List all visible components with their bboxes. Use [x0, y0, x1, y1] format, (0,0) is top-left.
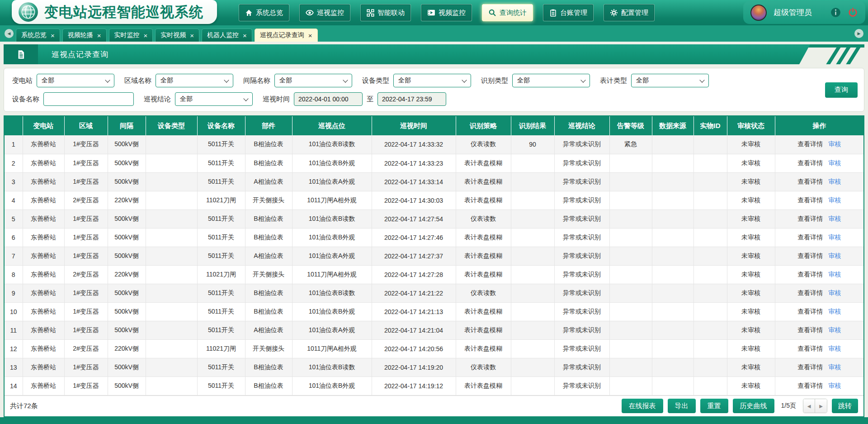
area-select[interactable]: 全部 [156, 74, 233, 87]
view-detail-link[interactable]: 查看详情 [797, 252, 823, 259]
audit-link[interactable]: 审核 [828, 233, 841, 241]
cell: 5011开关 [197, 321, 245, 339]
device-type-select[interactable]: 全部 [393, 74, 471, 87]
nav-query-statistics[interactable]: 查询统计 [482, 4, 533, 21]
filter-row-2: 设备名称 巡视结论 全部 巡视时间 至 [12, 92, 858, 106]
cell [511, 191, 554, 210]
view-detail-link[interactable]: 查看详情 [797, 233, 823, 241]
close-icon[interactable]: × [190, 32, 194, 39]
device-name-input[interactable] [43, 92, 134, 106]
nav-inspection-monitor[interactable]: 巡视监控 [299, 4, 350, 21]
view-detail-link[interactable]: 查看详情 [797, 159, 823, 167]
close-icon[interactable]: × [308, 32, 312, 39]
audit-link[interactable]: 审核 [828, 271, 841, 278]
close-icon[interactable]: × [51, 32, 55, 39]
close-icon[interactable]: × [243, 32, 247, 39]
cell: 10 [5, 302, 23, 321]
jump-button[interactable]: 跳转 [832, 399, 858, 413]
prev-page-button[interactable]: ◀ [803, 399, 815, 413]
tab-realtime-video[interactable]: 实时视频× [155, 29, 199, 42]
audit-link[interactable]: 审核 [828, 345, 841, 352]
audit-link[interactable]: 审核 [828, 215, 841, 222]
audit-link[interactable]: 审核 [828, 308, 841, 315]
bay-select[interactable]: 全部 [274, 74, 352, 87]
cell: 异常或未识别 [554, 358, 609, 376]
cell: 东善桥站 [23, 228, 64, 247]
cell: 东善桥站 [23, 339, 64, 358]
recognition-type-select[interactable]: 全部 [512, 74, 590, 87]
tab-realtime-monitor[interactable]: 实时监控× [109, 29, 153, 42]
online-report-button[interactable]: 在线报表 [622, 399, 663, 413]
cell: 未审核 [727, 191, 775, 210]
conclusion-select[interactable]: 全部 [175, 92, 253, 106]
view-detail-link[interactable]: 查看详情 [797, 140, 823, 148]
cell: 表计表盘模糊 [456, 191, 511, 210]
info-icon[interactable] [830, 7, 841, 18]
home-icon [245, 9, 253, 17]
export-button[interactable]: 导出 [668, 399, 696, 413]
query-button[interactable]: 查询 [825, 82, 858, 98]
filter-area: 区域名称 全部 [124, 74, 233, 87]
view-detail-link[interactable]: 查看详情 [797, 215, 823, 222]
audit-link[interactable]: 审核 [828, 326, 841, 333]
tab-scroll-left-icon[interactable]: ◀ [5, 29, 14, 38]
view-detail-link[interactable]: 查看详情 [797, 382, 823, 389]
tab-label: 系统总览 [21, 31, 47, 39]
tab-video-carousel[interactable]: 视频轮播× [62, 29, 107, 42]
tab-robot-monitor[interactable]: 机器人监控× [202, 29, 252, 42]
tab-inspection-record-query[interactable]: 巡视点记录查询× [255, 29, 318, 42]
view-detail-link[interactable]: 查看详情 [797, 178, 823, 185]
cell: 1#变压器 [64, 172, 108, 191]
audit-link[interactable]: 审核 [828, 382, 841, 389]
audit-link[interactable]: 审核 [828, 196, 841, 204]
view-detail-link[interactable]: 查看详情 [797, 196, 823, 204]
audit-link[interactable]: 审核 [828, 252, 841, 259]
audit-link[interactable]: 审核 [828, 159, 841, 167]
cell [693, 135, 727, 154]
cell: 3 [5, 172, 23, 191]
cell: 101油位表B外观 [292, 228, 372, 247]
time-from-input[interactable] [294, 92, 363, 106]
time-to-input[interactable] [377, 92, 446, 106]
nav-system-overview[interactable]: 系统总览 [239, 4, 289, 21]
history-curve-button[interactable]: 历史曲线 [733, 399, 774, 413]
view-detail-link[interactable]: 查看详情 [797, 308, 823, 315]
meter-type-select[interactable]: 全部 [631, 74, 709, 87]
cell [693, 154, 727, 172]
cell: 220kV侧 [108, 265, 146, 284]
view-detail-link[interactable]: 查看详情 [797, 271, 823, 278]
audit-link[interactable]: 审核 [828, 363, 841, 371]
close-icon[interactable]: × [144, 32, 148, 39]
nav-config-management[interactable]: 配置管理 [604, 4, 655, 21]
view-detail-link[interactable]: 查看详情 [797, 345, 823, 352]
cell: 500kV侧 [108, 210, 146, 228]
cell [511, 302, 554, 321]
nav-ledger-management[interactable]: 台账管理 [543, 4, 594, 21]
cell: 11 [5, 321, 23, 339]
cell: 1#变压器 [64, 228, 108, 247]
avatar[interactable] [750, 5, 767, 21]
view-detail-link[interactable]: 查看详情 [797, 363, 823, 371]
cell [511, 172, 554, 191]
audit-link[interactable]: 审核 [828, 178, 841, 185]
cell: 表计表盘模糊 [456, 154, 511, 172]
power-icon[interactable] [848, 7, 858, 18]
reset-button[interactable]: 重置 [700, 399, 728, 413]
tab-system-overview[interactable]: 系统总览× [16, 29, 60, 42]
audit-link[interactable]: 审核 [828, 289, 841, 296]
operations-cell: 查看详情审核 [775, 376, 863, 395]
view-detail-link[interactable]: 查看详情 [797, 289, 823, 296]
cell [652, 284, 693, 302]
close-icon[interactable]: × [97, 32, 101, 39]
next-page-button[interactable]: ▶ [815, 399, 827, 413]
nav-smart-linkage[interactable]: 智能联动 [360, 4, 411, 21]
view-detail-link[interactable]: 查看详情 [797, 326, 823, 333]
table-row: 10东善桥站1#变压器500kV侧5011开关B相油位表101油位表B外观202… [5, 302, 863, 321]
cell: 2#变压器 [64, 339, 108, 358]
station-select[interactable]: 全部 [37, 74, 114, 87]
nav-label: 系统总览 [256, 9, 283, 17]
tab-scroll-right-icon[interactable]: ▶ [854, 29, 863, 38]
nav-video-monitor[interactable]: 视频监控 [421, 4, 472, 21]
cell: 1011刀闸A相外观 [292, 339, 372, 358]
audit-link[interactable]: 审核 [828, 140, 841, 148]
